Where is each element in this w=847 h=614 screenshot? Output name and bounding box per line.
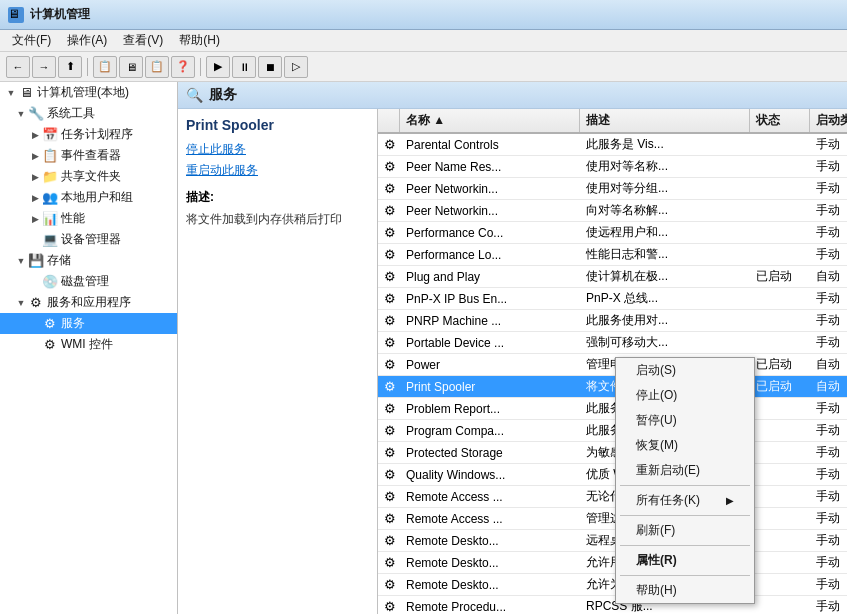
td-status — [750, 530, 810, 551]
computer-icon: 🖥 — [18, 85, 34, 101]
ctx-item-8[interactable]: 帮助(H) — [616, 578, 754, 603]
table-row[interactable]: ⚙ Power 管理电源策略... 已启动 自动 本地系统 — [378, 354, 847, 376]
td-name: Problem Report... — [400, 398, 580, 419]
td-desc: 此服务是 Vis... — [580, 134, 750, 155]
table-row[interactable]: ⚙ Quality Windows... 优质 Win... 手动 本地服务 — [378, 464, 847, 486]
td-startup: 手动 — [810, 222, 847, 243]
ctx-item-4[interactable]: 重新启动(E) — [616, 458, 754, 483]
table-row[interactable]: ⚙ Parental Controls 此服务是 Vis... 手动 本地服务 — [378, 134, 847, 156]
stop-service-link[interactable]: 停止此服务 — [186, 141, 369, 158]
sidebar-item-device-manager[interactable]: 💻 设备管理器 — [0, 229, 177, 250]
sidebar-item-performance[interactable]: ▶ 📊 性能 — [0, 208, 177, 229]
th-desc[interactable]: 描述 — [580, 109, 750, 132]
title-bar: 🖥 计算机管理 — [0, 0, 847, 30]
sidebar-item-storage[interactable]: ▼ 💾 存储 — [0, 250, 177, 271]
service-icon: ⚙ — [384, 401, 396, 417]
td-name: Quality Windows... — [400, 464, 580, 485]
td-icon: ⚙ — [378, 244, 400, 265]
table-row[interactable]: ⚙ Print Spooler 将文件加载到... 已启动 自动 本地系统 — [378, 376, 847, 398]
ctx-item-7[interactable]: 属性(R) — [616, 548, 754, 573]
td-startup: 手动 — [810, 508, 847, 529]
properties-button[interactable]: 📋 — [145, 56, 169, 78]
table-row[interactable]: ⚙ Remote Deskto... 允许用户... 手动 网络服务 — [378, 552, 847, 574]
sidebar-item-system-tools[interactable]: ▼ 🔧 系统工具 — [0, 103, 177, 124]
table-row[interactable]: ⚙ Program Compa... 此服务为... 手动 本地系统 — [378, 420, 847, 442]
table-row[interactable]: ⚙ Remote Deskto... 允许为 Rd... 手动 本地系统 — [378, 574, 847, 596]
td-icon: ⚙ — [378, 442, 400, 463]
td-icon: ⚙ — [378, 574, 400, 595]
up-button[interactable]: ⬆ — [58, 56, 82, 78]
table-row[interactable]: ⚙ Remote Access ... 无论什么原因... 手动 本地系统 — [378, 486, 847, 508]
ctx-item-1[interactable]: 停止(O) — [616, 383, 754, 408]
help-button[interactable]: ❓ — [171, 56, 195, 78]
sidebar-item-shared-folders[interactable]: ▶ 📁 共享文件夹 — [0, 166, 177, 187]
td-name: Performance Lo... — [400, 244, 580, 265]
service-icon: ⚙ — [384, 247, 396, 263]
sidebar-item-services[interactable]: ⚙ 服务 — [0, 313, 177, 334]
detail-desc: 将文件加载到内存供稍后打印 — [186, 210, 369, 228]
service-icon: ⚙ — [384, 225, 396, 241]
ctx-item-2[interactable]: 暂停(U) — [616, 408, 754, 433]
menu-item-文件f[interactable]: 文件(F) — [4, 30, 59, 51]
th-name[interactable]: 名称 ▲ — [400, 109, 580, 132]
table-row[interactable]: ⚙ Plug and Play 使计算机在极... 已启动 自动 本地系统 — [378, 266, 847, 288]
menu-item-查看v[interactable]: 查看(V) — [115, 30, 171, 51]
service-icon: ⚙ — [384, 599, 396, 615]
system-tools-icon: 🔧 — [28, 106, 44, 122]
pause-button[interactable]: ⏸ — [232, 56, 256, 78]
computer-button[interactable]: 🖥 — [119, 56, 143, 78]
table-row[interactable]: ⚙ Performance Co... 使远程用户和... 手动 本地服务 — [378, 222, 847, 244]
sidebar: ▼ 🖥 计算机管理(本地) ▼ 🔧 系统工具 ▶ 📅 任务计划程序 ▶ 📋 事件… — [0, 82, 178, 614]
table-row[interactable]: ⚙ Peer Name Res... 使用对等名称... 手动 本地服务 — [378, 156, 847, 178]
sidebar-item-services-apps[interactable]: ▼ ⚙ 服务和应用程序 — [0, 292, 177, 313]
menu-item-帮助h[interactable]: 帮助(H) — [171, 30, 228, 51]
service-icon: ⚙ — [384, 533, 396, 549]
step-button[interactable]: ▷ — [284, 56, 308, 78]
table-row[interactable]: ⚙ Peer Networkin... 使用对等分组... 手动 本地服务 — [378, 178, 847, 200]
table-row[interactable]: ⚙ Remote Access ... 管理这些... 手动 本地系统 — [378, 508, 847, 530]
sidebar-item-event-viewer[interactable]: ▶ 📋 事件查看器 — [0, 145, 177, 166]
td-status — [750, 464, 810, 485]
event-viewer-label: 事件查看器 — [61, 147, 121, 164]
detail-title: Print Spooler — [186, 117, 369, 133]
td-startup: 手动 — [810, 134, 847, 155]
table-row[interactable]: ⚙ Protected Storage 为敏感数... 手动 本地系统 — [378, 442, 847, 464]
th-icon — [378, 109, 400, 132]
table-row[interactable]: ⚙ Peer Networkin... 向对等名称解... 手动 本地服务 — [378, 200, 847, 222]
ctx-item-5[interactable]: 所有任务(K)▶ — [616, 488, 754, 513]
service-icon: ⚙ — [384, 379, 396, 395]
ctx-item-0[interactable]: 启动(S) — [616, 358, 754, 383]
table-row[interactable]: ⚙ Problem Report... 此服务为... 手动 本地系统 — [378, 398, 847, 420]
table-row[interactable]: ⚙ Performance Lo... 性能日志和警... 手动 本地服务 — [378, 244, 847, 266]
table-row[interactable]: ⚙ Remote Procedu... RPCSS 服... 手动 网络服务 — [378, 596, 847, 614]
ctx-item-3[interactable]: 恢复(M) — [616, 433, 754, 458]
forward-button[interactable]: → — [32, 56, 56, 78]
th-startup[interactable]: 启动类型 — [810, 109, 847, 132]
table-row[interactable]: ⚙ PNRP Machine ... 此服务使用对... 手动 本地系统 — [378, 310, 847, 332]
restart-service-link[interactable]: 重启动此服务 — [186, 162, 369, 179]
root-expand-icon: ▼ — [4, 86, 18, 100]
services-expand-icon — [28, 317, 42, 331]
menu-item-操作a[interactable]: 操作(A) — [59, 30, 115, 51]
service-icon: ⚙ — [384, 555, 396, 571]
sidebar-item-wmi[interactable]: ⚙ WMI 控件 — [0, 334, 177, 355]
sidebar-item-local-users[interactable]: ▶ 👥 本地用户和组 — [0, 187, 177, 208]
play-button[interactable]: ▶ — [206, 56, 230, 78]
sidebar-item-task-scheduler[interactable]: ▶ 📅 任务计划程序 — [0, 124, 177, 145]
wmi-label: WMI 控件 — [61, 336, 113, 353]
sidebar-root[interactable]: ▼ 🖥 计算机管理(本地) — [0, 82, 177, 103]
table-row[interactable]: ⚙ PnP-X IP Bus En... PnP-X 总线... 手动 本地系统 — [378, 288, 847, 310]
ctx-item-6[interactable]: 刷新(F) — [616, 518, 754, 543]
service-icon: ⚙ — [384, 445, 396, 461]
th-status[interactable]: 状态 — [750, 109, 810, 132]
sidebar-item-disk-mgmt[interactable]: 💿 磁盘管理 — [0, 271, 177, 292]
ctx-item-label: 属性(R) — [636, 552, 677, 569]
service-icon: ⚙ — [384, 181, 396, 197]
table-row[interactable]: ⚙ Portable Device ... 强制可移动大... 手动 本地系统 — [378, 332, 847, 354]
td-icon: ⚙ — [378, 596, 400, 614]
stop-button[interactable]: ⏹ — [258, 56, 282, 78]
show-hide-button[interactable]: 📋 — [93, 56, 117, 78]
back-button[interactable]: ← — [6, 56, 30, 78]
table-row[interactable]: ⚙ Remote Deskto... 远程桌面... 手动 本地系统 — [378, 530, 847, 552]
service-icon: ⚙ — [384, 291, 396, 307]
